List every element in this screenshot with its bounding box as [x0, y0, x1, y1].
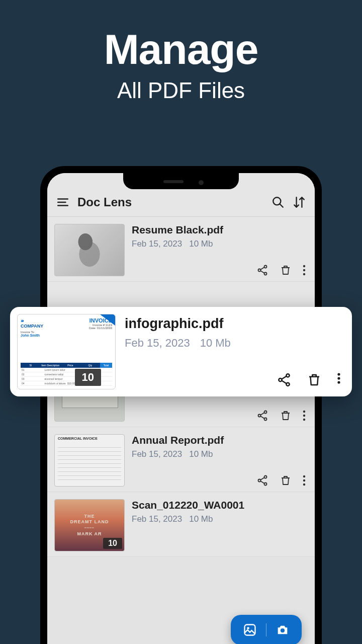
camera-icon[interactable]	[276, 623, 290, 637]
thumb-text: MARK AR	[70, 531, 109, 537]
svg-point-11	[303, 415, 305, 417]
file-size: 10 Mb	[189, 449, 213, 459]
svg-point-25	[337, 373, 340, 375]
file-size: 10 Mb	[200, 337, 231, 350]
file-name: Resume Black.pdf	[132, 224, 308, 236]
svg-point-4	[303, 265, 305, 267]
svg-point-5	[303, 269, 305, 271]
file-date: Feb 15, 2023	[132, 449, 182, 459]
file-thumbnail: THE DREAMT LAND ━━━━ MARK AR 10	[54, 499, 125, 551]
file-size: 10 Mb	[189, 514, 213, 524]
svg-point-27	[337, 381, 340, 383]
share-icon[interactable]	[256, 410, 268, 422]
file-name: Annual Report.pdf	[132, 434, 308, 446]
svg-point-26	[337, 377, 340, 379]
gallery-icon[interactable]	[243, 623, 257, 637]
more-icon[interactable]	[303, 410, 306, 422]
trash-icon[interactable]	[280, 474, 292, 487]
page-count-badge: 10	[75, 369, 101, 386]
share-icon[interactable]	[277, 372, 292, 387]
thumb-text: THE	[70, 514, 109, 520]
svg-point-21	[281, 628, 285, 632]
fab-separator	[266, 623, 266, 636]
sort-icon[interactable]	[293, 196, 306, 209]
svg-point-6	[303, 273, 305, 275]
hero-title: Manage	[0, 25, 362, 74]
share-icon[interactable]	[256, 264, 268, 276]
svg-point-20	[247, 627, 249, 629]
phone-frame: Doc Lens Resume Black.pdf Feb 15, 2023 1…	[40, 166, 322, 644]
more-icon[interactable]	[337, 372, 341, 387]
file-thumbnail: COMPANY INVOICE Invoice # 1123 Date: 01/…	[17, 314, 116, 389]
share-icon[interactable]	[256, 474, 268, 487]
file-meta: Feb 15, 2023 10 Mb	[132, 514, 308, 524]
svg-point-10	[303, 411, 305, 413]
svg-point-18	[303, 484, 305, 486]
menu-icon[interactable]	[56, 196, 69, 209]
svg-point-17	[303, 479, 305, 481]
hero-subtitle: All PDF Files	[0, 78, 362, 103]
phone-screen: Doc Lens Resume Black.pdf Feb 15, 2023 1…	[47, 173, 315, 644]
trash-icon[interactable]	[280, 410, 292, 422]
more-icon[interactable]	[303, 474, 306, 487]
phone-notch	[123, 173, 239, 189]
more-icon[interactable]	[303, 264, 306, 276]
file-name: infographic.pdf	[125, 316, 345, 332]
svg-point-12	[303, 419, 305, 421]
file-name: Scan_012220_WA0001	[132, 499, 308, 511]
file-item[interactable]: Resume Black.pdf Feb 15, 2023 10 Mb	[47, 217, 315, 282]
trash-icon[interactable]	[307, 372, 322, 387]
hero-banner: Manage All PDF Files	[0, 0, 362, 103]
file-date: Feb 15, 2023	[125, 337, 190, 350]
page-count-badge: 10	[103, 538, 122, 549]
file-thumbnail	[54, 434, 125, 487]
svg-point-16	[303, 475, 305, 477]
trash-icon[interactable]	[280, 264, 292, 276]
search-icon[interactable]	[272, 196, 285, 209]
file-date: Feb 15, 2023	[132, 239, 182, 249]
thumb-company: COMPANY	[21, 317, 43, 329]
app-title: Doc Lens	[77, 195, 263, 209]
file-meta: Feb 15, 2023 10 Mb	[132, 449, 308, 459]
file-meta: Feb 15, 2023 10 Mb	[125, 337, 345, 350]
file-meta: Feb 15, 2023 10 Mb	[132, 239, 308, 249]
file-date: Feb 15, 2023	[132, 514, 182, 524]
file-thumbnail	[54, 224, 125, 276]
file-item-highlighted[interactable]: COMPANY INVOICE Invoice # 1123 Date: 01/…	[10, 307, 352, 396]
file-item[interactable]: THE DREAMT LAND ━━━━ MARK AR 10 Scan_012…	[47, 492, 315, 557]
thumb-text: DREAMT LAND	[70, 519, 109, 525]
fab-scanner[interactable]	[231, 615, 302, 644]
file-item[interactable]: Annual Report.pdf Feb 15, 2023 10 Mb	[47, 427, 315, 492]
svg-rect-19	[245, 625, 255, 635]
file-size: 10 Mb	[189, 239, 213, 249]
